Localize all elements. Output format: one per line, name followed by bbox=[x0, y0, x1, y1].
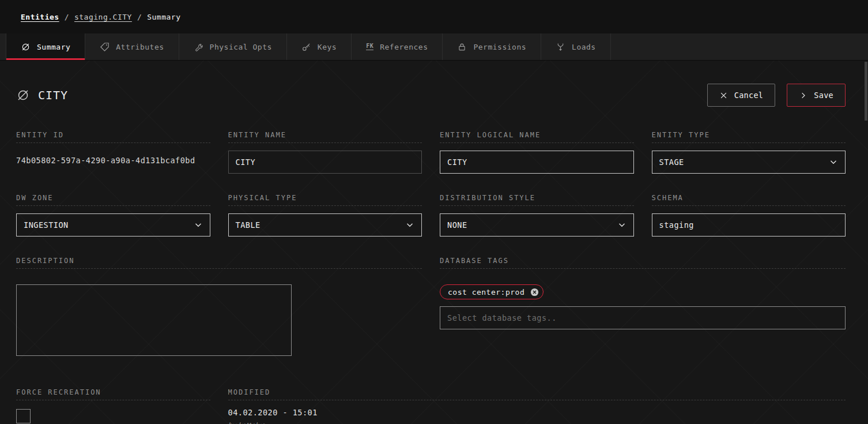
field-entity-logical-name: ENTITY LOGICAL NAME bbox=[440, 131, 634, 174]
field-database-tags: DATABASE TAGS cost center:prod bbox=[440, 257, 846, 358]
cancel-label: Cancel bbox=[734, 91, 764, 100]
cancel-button[interactable]: Cancel bbox=[707, 84, 776, 107]
tab-physical-opts[interactable]: Physical Opts bbox=[179, 33, 287, 60]
database-tags-input[interactable] bbox=[440, 306, 846, 329]
fk-icon: FK bbox=[366, 43, 373, 50]
database-tags-list: cost center:prod bbox=[440, 284, 846, 299]
tab-permissions[interactable]: Permissions bbox=[443, 33, 541, 60]
field-distribution-style: DISTRIBUTION STYLE NONE bbox=[440, 194, 634, 237]
tab-attributes[interactable]: Attributes bbox=[85, 33, 179, 60]
breadcrumb: Entities / staging.CITY / Summary bbox=[0, 0, 868, 33]
field-label: SCHEMA bbox=[652, 194, 846, 206]
field-label: ENTITY LOGICAL NAME bbox=[440, 131, 634, 143]
field-entity-name: ENTITY NAME bbox=[228, 131, 422, 174]
save-button[interactable]: Save bbox=[787, 84, 846, 107]
wrench-icon bbox=[194, 42, 203, 52]
dw-zone-value: INGESTION bbox=[24, 220, 69, 230]
key-icon bbox=[301, 42, 311, 52]
distribution-style-select[interactable]: NONE bbox=[440, 213, 634, 237]
field-modified: MODIFIED 04.02.2020 - 15:01 by kattelus bbox=[228, 388, 846, 424]
entity-name-input[interactable] bbox=[228, 151, 422, 174]
entity-type-value: STAGE bbox=[659, 157, 684, 167]
database-tag[interactable]: cost center:prod bbox=[440, 284, 544, 299]
tab-bar: Summary Attributes Physical Opts Keys FK… bbox=[0, 33, 868, 61]
form-row-1: ENTITY ID 74b05802-597a-4290-a90a-4d131b… bbox=[16, 131, 846, 174]
form-row-2: DW ZONE INGESTION PHYSICAL TYPE TABLE DI… bbox=[16, 194, 846, 237]
entity-header: CITY Cancel Save bbox=[16, 84, 846, 107]
field-label: PHYSICAL TYPE bbox=[228, 194, 422, 206]
tab-label: Summary bbox=[37, 43, 70, 51]
field-label: DISTRIBUTION STYLE bbox=[440, 194, 634, 206]
tab-loads[interactable]: Loads bbox=[541, 33, 611, 60]
breadcrumb-current-page: Summary bbox=[147, 13, 180, 21]
field-label: MODIFIED bbox=[228, 388, 846, 400]
tab-label: Attributes bbox=[116, 43, 164, 51]
tab-label: Keys bbox=[318, 43, 337, 51]
field-dw-zone: DW ZONE INGESTION bbox=[16, 194, 210, 237]
physical-type-value: TABLE bbox=[236, 220, 261, 230]
entity-type-select[interactable]: STAGE bbox=[652, 151, 846, 174]
main-content: CITY Cancel Save ENTITY ID 74b05802-597a… bbox=[0, 84, 868, 424]
description-textarea[interactable] bbox=[16, 284, 292, 356]
remove-tag-icon[interactable] bbox=[530, 287, 539, 297]
tab-summary[interactable]: Summary bbox=[6, 33, 85, 60]
chevron-down-icon bbox=[617, 220, 627, 230]
close-icon bbox=[719, 91, 728, 100]
branch-icon bbox=[556, 42, 565, 52]
breadcrumb-link-entities[interactable]: Entities bbox=[21, 13, 59, 21]
dw-zone-select[interactable]: INGESTION bbox=[16, 213, 210, 237]
tag-label: cost center:prod bbox=[448, 288, 524, 297]
breadcrumb-separator: / bbox=[137, 13, 142, 21]
field-label: ENTITY NAME bbox=[228, 131, 422, 143]
tag-icon bbox=[100, 42, 110, 52]
modified-date: 04.02.2020 - 15:01 bbox=[228, 408, 846, 417]
field-entity-type: ENTITY TYPE STAGE bbox=[652, 131, 846, 174]
field-physical-type: PHYSICAL TYPE TABLE bbox=[228, 194, 422, 237]
field-label: FORCE RECREATION bbox=[16, 388, 210, 400]
field-force-recreation: FORCE RECREATION bbox=[16, 388, 210, 424]
tab-keys[interactable]: Keys bbox=[287, 33, 352, 60]
schema-input[interactable] bbox=[652, 213, 846, 237]
tab-label: Permissions bbox=[473, 43, 526, 51]
chevron-down-icon bbox=[405, 220, 415, 230]
physical-type-select[interactable]: TABLE bbox=[228, 213, 422, 237]
field-label: DESCRIPTION bbox=[16, 257, 422, 269]
entity-icon bbox=[21, 42, 31, 52]
entity-id-value: 74b05802-597a-4290-a90a-4d131bcaf0bd bbox=[16, 151, 210, 165]
entity-icon bbox=[16, 88, 30, 102]
field-label: ENTITY TYPE bbox=[652, 131, 846, 143]
modified-by: by kattelus bbox=[228, 421, 846, 424]
force-recreation-checkbox[interactable] bbox=[16, 409, 31, 423]
field-label: ENTITY ID bbox=[16, 131, 210, 143]
scrollbar-thumb[interactable] bbox=[865, 62, 867, 121]
entity-logical-name-input[interactable] bbox=[440, 151, 634, 174]
lock-icon bbox=[457, 42, 467, 52]
distribution-style-value: NONE bbox=[447, 220, 467, 230]
tab-label: Loads bbox=[572, 43, 596, 51]
field-description: DESCRIPTION bbox=[16, 257, 422, 358]
scrollbar[interactable] bbox=[865, 62, 867, 424]
field-entity-id: ENTITY ID 74b05802-597a-4290-a90a-4d131b… bbox=[16, 131, 210, 174]
form-row-3: DESCRIPTION DATABASE TAGS cost center:pr… bbox=[16, 257, 846, 358]
header-actions: Cancel Save bbox=[707, 84, 846, 107]
breadcrumb-link-entity[interactable]: staging.CITY bbox=[74, 13, 132, 21]
save-label: Save bbox=[814, 91, 833, 100]
chevron-right-icon bbox=[799, 91, 807, 100]
field-schema: SCHEMA bbox=[652, 194, 846, 237]
page-title: CITY bbox=[38, 88, 68, 102]
tab-label: Physical Opts bbox=[210, 43, 272, 51]
field-label: DW ZONE bbox=[16, 194, 210, 206]
chevron-down-icon bbox=[193, 220, 203, 230]
chevron-down-icon bbox=[828, 157, 839, 167]
form-row-4: FORCE RECREATION MODIFIED 04.02.2020 - 1… bbox=[16, 388, 846, 424]
tab-references[interactable]: FK References bbox=[352, 33, 443, 60]
tab-label: References bbox=[380, 43, 428, 51]
breadcrumb-separator: / bbox=[65, 13, 69, 21]
field-label: DATABASE TAGS bbox=[440, 257, 846, 269]
